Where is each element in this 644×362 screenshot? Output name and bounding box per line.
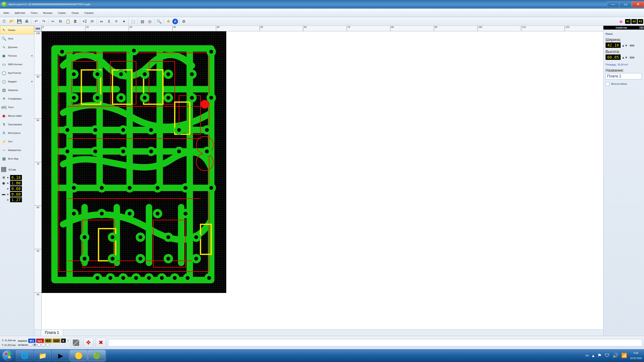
tool-Измеритель[interactable]: ↔Измеритель [0, 146, 34, 154]
pcb-canvas[interactable] [42, 31, 603, 330]
param-row[interactable]: ⊕▸0.10 [1, 175, 33, 180]
board-tab[interactable]: Плата 1 [41, 330, 63, 336]
snap-button[interactable]: ✦ [120, 18, 127, 25]
layer-chip[interactable]: Ф1 [28, 339, 36, 343]
center-button[interactable]: ✥ [165, 18, 172, 25]
start-button[interactable] [0, 349, 16, 362]
menu-Сервис[interactable]: Сервис [55, 10, 69, 15]
maximize-button[interactable]: ▭ [620, 1, 632, 7]
mirror-h-button[interactable]: ⇔ [98, 18, 105, 25]
menu-Справка[interactable]: Справка [82, 10, 96, 15]
tool-Автотрасса[interactable]: AАвтотрасса [0, 129, 34, 137]
print-button[interactable]: 🖶 [24, 18, 30, 25]
tool-Указка[interactable]: ↖Указка [0, 26, 34, 34]
name-input[interactable]: Плата 1 [606, 73, 642, 79]
taskbar-sprint-layout[interactable]: 🟢 [88, 350, 105, 361]
height-spinner[interactable]: ▲▼ [622, 56, 628, 59]
param-row[interactable]: ◉▸1.80 [1, 180, 33, 186]
macro-a2-button[interactable]: А2 [631, 19, 637, 24]
delete-button[interactable]: 🗑 [72, 18, 79, 25]
pcb-board[interactable] [42, 31, 226, 293]
param-row[interactable]: ▸0.60 [1, 186, 33, 191]
menu-Файл[interactable]: Файл [1, 10, 12, 15]
param-value[interactable]: 1.27 [10, 197, 22, 202]
param-value[interactable]: 0.60 [10, 192, 22, 197]
tool-Фото Вид[interactable]: ▦Фото Вид [0, 154, 34, 163]
status-input[interactable] [108, 339, 642, 346]
width-value[interactable]: 42.10 [606, 42, 620, 48]
menu-Функции[interactable]: Функции [40, 10, 55, 15]
copy-button[interactable]: ⧉ [57, 18, 64, 25]
layer-button[interactable]: ▤ [139, 18, 146, 25]
tool-Круг/Сектор[interactable]: ◯Круг/Сектор [0, 69, 34, 77]
group-button[interactable]: ⬚ [130, 18, 136, 25]
tool-SMD-Контакт[interactable]: ▭SMD-Контакт [0, 60, 34, 69]
layer-radio[interactable] [42, 343, 45, 347]
tool-Трассировка[interactable]: ↯Трассировка [0, 120, 34, 129]
properties-close-button[interactable]: × [639, 26, 644, 29]
menu-Опции[interactable]: Опции [69, 10, 82, 15]
layer-chip[interactable]: Ш2 [52, 339, 60, 343]
rotate-button[interactable]: ⟳ [89, 18, 96, 25]
language-indicator[interactable]: RU [586, 354, 589, 357]
macro-a1-button[interactable]: А1 [625, 19, 631, 24]
tool-Квадрат[interactable]: ▢Квадрат▾ [0, 77, 34, 86]
zoom-button[interactable]: 🔍 [156, 18, 162, 25]
minimize-button[interactable]: ― [607, 1, 619, 7]
help-icon[interactable]: ? [68, 340, 69, 342]
open-file-button[interactable]: 📂 [8, 18, 15, 25]
hatch-button[interactable] [71, 338, 81, 348]
record-button[interactable]: ◉ [618, 18, 624, 25]
tool-Тест[interactable]: ⚡Тест [0, 137, 34, 146]
tray-action-icon[interactable]: ⚑ [598, 353, 602, 358]
param-value[interactable]: 0.60 [10, 186, 22, 191]
tool-Закраска[interactable]: ▨Закраска [0, 86, 34, 94]
layer-radio[interactable] [37, 343, 41, 347]
tool-Спецформы[interactable]: ✳Спецформы [0, 94, 34, 103]
width-spinner[interactable]: ▲▼ [622, 44, 628, 47]
layer-radio[interactable] [46, 343, 49, 347]
align-button[interactable]: ≡ [113, 18, 120, 25]
cut-button[interactable]: ✂ [49, 18, 56, 25]
tray-shield-icon[interactable]: 🛡 [605, 353, 610, 358]
origin-button[interactable]: ✥ [83, 338, 94, 348]
layer-selector[interactable]: видимая Ф1 Ш1 Ф2 Ш2 К ? активная [18, 339, 69, 347]
layer-radio[interactable] [29, 343, 32, 347]
layer-radio[interactable] [33, 343, 36, 347]
tray-volume-icon[interactable]: 🔊 [612, 353, 618, 358]
duplicate-button[interactable]: ×2 [81, 18, 88, 25]
tray-up-icon[interactable]: ▴ [592, 353, 594, 358]
param-row[interactable]: ▬▸0.60 [1, 191, 33, 197]
taskbar-ie[interactable]: 🌐 [16, 350, 33, 361]
disable-button[interactable]: ✖ [96, 338, 106, 348]
param-value[interactable]: 1.80 [10, 181, 22, 186]
layer-chip[interactable]: Ш1 [36, 339, 44, 343]
multilayer-checkbox[interactable]: Многослойная [606, 82, 642, 86]
height-value[interactable]: 60.05 [606, 54, 620, 60]
macro-a3-button[interactable]: А3 [638, 19, 643, 24]
grid-setting[interactable]: 0,5 мм [0, 166, 34, 174]
undo-button[interactable]: ↶ [33, 18, 40, 25]
new-file-button[interactable]: 🗋 [1, 18, 8, 25]
drc-button[interactable]: ◎ [146, 18, 153, 25]
tool-Текст[interactable]: ab|Текст [0, 103, 34, 111]
tool-Пятачок[interactable]: ◉Пятачок▾ [0, 51, 34, 60]
info-button[interactable]: И [172, 19, 178, 24]
menu-Действия[interactable]: Действия [12, 10, 28, 15]
paste-button[interactable]: 📋 [64, 18, 71, 25]
mirror-v-button[interactable]: ⇕ [106, 18, 112, 25]
tray-network-icon[interactable]: 📶 [621, 353, 627, 358]
tool-Лупа[interactable]: 🔍Лупа [0, 34, 34, 43]
gear-button[interactable]: ⚙ [180, 18, 187, 25]
param-value[interactable]: 0.10 [10, 175, 22, 180]
save-file-button[interactable]: 💾 [16, 18, 23, 25]
redo-button[interactable]: ↷ [40, 18, 47, 25]
taskbar-media[interactable]: ▶ [52, 350, 69, 361]
layer-chip[interactable]: К [61, 339, 66, 343]
tray-clock[interactable]: 0:56 18.02.2016 [630, 351, 642, 361]
close-button[interactable]: ✕ [632, 1, 644, 7]
tool-Дорожка[interactable]: ∿Дорожка [0, 43, 34, 51]
tool-Маска пайки[interactable]: ◉Маска пайки [0, 111, 34, 120]
layer-chip[interactable]: Ф2 [45, 339, 52, 343]
taskbar-explorer[interactable]: 📁 [34, 350, 51, 361]
